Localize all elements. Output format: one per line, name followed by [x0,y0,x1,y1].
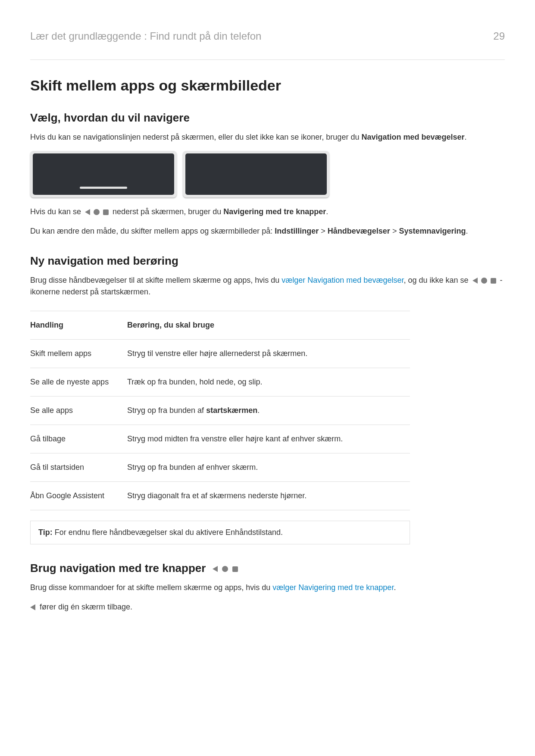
tip-label: Tip: [38,528,53,537]
table-header-touch: Berøring, du skal bruge [127,311,410,340]
cell-touch: Stryg til venstre eller højre allerneder… [127,340,410,368]
back-description: fører dig én skærm tilbage. [30,601,505,613]
paragraph-three-button-intro: Hvis du kan se nederst på skærmen, bruge… [30,206,505,218]
text-bold: startskærmen [206,406,257,415]
section-heading-three-button: Brug navigation med tre knapper [30,562,505,575]
paragraph-change-nav: Du kan ændre den måde, du skifter mellem… [30,225,505,237]
table-row: Se alle de nyeste apps Træk op fra bunde… [30,368,410,397]
table-row: Gå tilbage Stryg mod midten fra venstre … [30,425,410,453]
home-circle-icon [94,209,100,215]
back-triangle-icon [85,209,90,215]
phone-mock-gesture [30,151,177,197]
cell-action: Gå tilbage [30,425,127,453]
home-circle-icon [222,566,228,572]
page-number: 29 [493,30,505,42]
text: nederst på skærmen, bruger du [113,207,223,216]
cell-touch: Træk op fra bunden, hold nede, og slip. [127,368,410,397]
text-bold: Navigation med bevægelser [361,133,464,141]
text: Brug disse håndbevægelser til at skifte … [30,276,282,284]
text: Brug disse kommandoer for at skifte mell… [30,583,272,592]
cell-touch: Stryg diagonalt fra et af skærmens neder… [127,482,410,510]
section-heading-touch-nav: Ny navigation med berøring [30,254,505,268]
cell-touch: Stryg op fra bunden af startskærmen. [127,397,410,425]
gesture-bar-icon [80,187,127,189]
three-button-nav-icons [213,566,238,572]
table-row: Se alle apps Stryg op fra bunden af star… [30,397,410,425]
table-row: Gå til startsiden Stryg op fra bunden af… [30,453,410,482]
text: Stryg op fra bunden af [127,406,206,415]
cell-touch: Stryg op fra bunden af enhver skærm. [127,453,410,482]
link-choose-three-button[interactable]: vælger Navigering med tre knapper [272,583,394,592]
back-triangle-icon [472,278,478,284]
paragraph-touch-nav-intro: Brug disse håndbevægelser til at skifte … [30,275,505,298]
table-row: Åbn Google Assistent Stryg diagonalt fra… [30,482,410,510]
link-choose-gesture-nav[interactable]: vælger Navigation med bevægelser [282,276,404,284]
paragraph-three-button-intro: Brug disse kommandoer for at skifte mell… [30,582,505,594]
back-triangle-icon [30,604,35,610]
cell-action: Se alle de nyeste apps [30,368,127,397]
recent-square-icon [103,209,109,215]
recent-square-icon [491,278,496,284]
cell-action: Se alle apps [30,397,127,425]
cell-action: Skift mellem apps [30,340,127,368]
phone-screen [33,153,174,195]
text: > [390,227,399,235]
paragraph-gesture-nav-intro: Hvis du kan se navigationslinjen nederst… [30,131,505,143]
gesture-table: Handling Berøring, du skal bruge Skift m… [30,311,410,510]
breadcrumb: Lær det grundlæggende : Find rundt på di… [30,30,261,42]
text: . [465,133,467,141]
settings-label: Indstillinger [275,227,319,235]
text: . [257,406,260,415]
home-circle-icon [481,278,487,284]
table-header-action: Handling [30,311,127,340]
cell-action: Åbn Google Assistent [30,482,127,510]
sysnav-label: Systemnavigering [399,227,466,235]
text: > [319,227,328,235]
page-header: Lær det grundlæggende : Find rundt på di… [30,30,505,60]
text: , og du ikke kan se [404,276,470,284]
text: fører dig én skærm tilbage. [40,601,132,613]
section-heading-choose-nav: Vælg, hvordan du vil navigere [30,111,505,125]
phone-mock-empty [183,151,329,197]
text: . [394,583,396,592]
phone-mockups [30,151,505,197]
phone-screen [185,153,327,195]
text: . [466,227,468,235]
table-row: Skift mellem apps Stryg til venstre elle… [30,340,410,368]
three-button-nav-icons [85,209,109,215]
back-triangle-icon [213,566,218,572]
recent-square-icon [232,566,238,572]
cell-action: Gå til startsiden [30,453,127,482]
text: . [326,207,328,216]
cell-touch: Stryg mod midten fra venstre eller højre… [127,425,410,453]
text-bold: Navigering med tre knapper [223,207,326,216]
text: Du kan ændre den måde, du skifter mellem… [30,227,275,235]
text: Hvis du kan se [30,207,83,216]
three-button-nav-icons [472,278,496,284]
heading-text: Brug navigation med tre knapper [30,562,206,575]
page-title: Skift mellem apps og skærmbilleder [30,77,505,94]
gestures-label: Håndbevægelser [328,227,390,235]
tip-box: Tip: For endnu flere håndbevægelser skal… [30,521,410,544]
text: Hvis du kan se navigationslinjen nederst… [30,133,361,141]
tip-text: For endnu flere håndbevægelser skal du a… [53,528,283,537]
